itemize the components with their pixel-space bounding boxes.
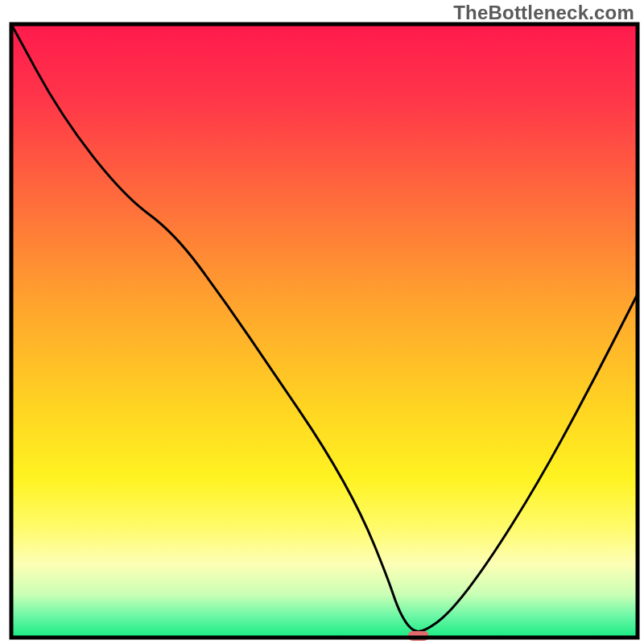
watermark-text: TheBottleneck.com — [453, 2, 634, 24]
bottleneck-chart: TheBottleneck.com — [0, 0, 644, 644]
plot-background — [11, 24, 638, 638]
chart-svg — [0, 0, 644, 644]
